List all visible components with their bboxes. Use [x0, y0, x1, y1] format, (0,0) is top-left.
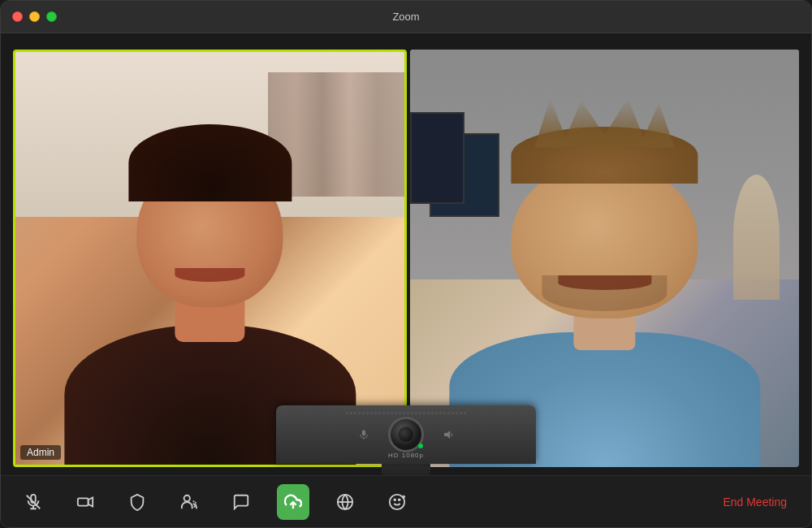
reactions-button[interactable]: [329, 484, 361, 520]
svg-point-13: [394, 499, 395, 500]
security-button[interactable]: [121, 484, 153, 520]
video-button[interactable]: [69, 484, 102, 520]
participant-label-admin: Admin: [20, 445, 61, 460]
video-tile-admin: Admin: [13, 50, 407, 467]
participants-button[interactable]: [173, 484, 205, 520]
zoom-window: Zoom: [0, 0, 812, 528]
close-button[interactable]: [12, 11, 23, 22]
svg-marker-8: [89, 497, 93, 506]
minimize-button[interactable]: [29, 11, 40, 22]
mute-button[interactable]: [17, 484, 50, 520]
svg-point-9: [184, 495, 190, 500]
video-grid: Admin: [13, 50, 799, 467]
traffic-lights: [12, 11, 57, 22]
video-feed-participant: [410, 50, 799, 467]
video-tile-participant: [410, 50, 799, 467]
svg-point-12: [390, 494, 404, 509]
svg-rect-7: [78, 498, 89, 505]
video-feed-admin: [15, 52, 404, 465]
video-area: Admin: [1, 33, 811, 475]
svg-point-14: [399, 499, 400, 500]
toolbar: End Meeting: [1, 475, 811, 527]
share-screen-button[interactable]: [277, 484, 309, 520]
chat-button[interactable]: [225, 484, 257, 520]
maximize-button[interactable]: [46, 11, 57, 22]
title-bar: Zoom: [1, 1, 811, 33]
end-meeting-button[interactable]: End Meeting: [715, 491, 795, 513]
toolbar-buttons: [17, 484, 413, 520]
emoji-button[interactable]: [381, 484, 413, 520]
window-title: Zoom: [392, 11, 419, 23]
